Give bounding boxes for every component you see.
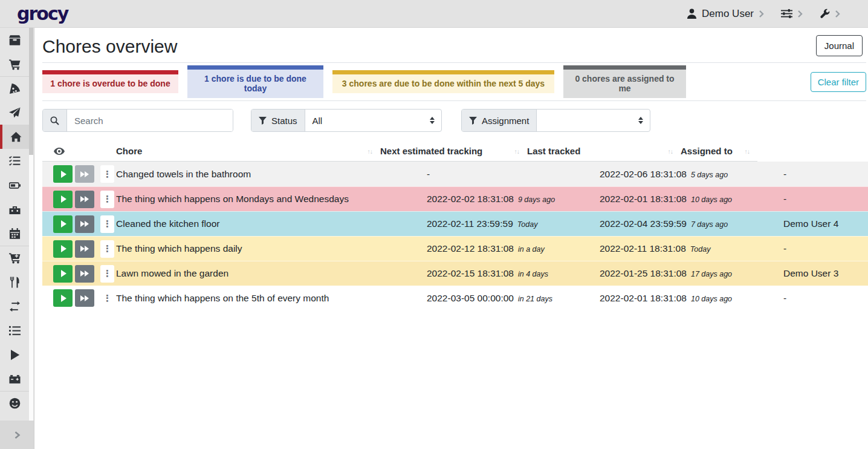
sidebar-item-tasks[interactable] [0,149,30,173]
banner-overdue[interactable]: 1 chore is overdue to be done [42,70,178,93]
column-header-next-tracking[interactable]: Next estimated tracking ↑↓ [380,146,527,156]
wrench-icon [820,8,830,19]
track-execution-button[interactable] [53,215,73,233]
banner-due-today[interactable]: 1 chore is due to be done today [187,65,323,98]
track-execution-button[interactable] [53,165,73,183]
skip-execution-button[interactable] [75,191,94,208]
sidebar-item-transfer[interactable] [0,294,30,318]
sidebar-item-purchase[interactable] [0,246,30,270]
assigned-to-value: - [783,243,868,254]
chore-name[interactable]: The thing which happens on Mondays and W… [116,194,427,205]
assigned-to-value: Demo User 3 [783,268,868,279]
row-menu-button[interactable]: ⋮ [100,240,114,258]
admin-menu[interactable] [820,8,840,19]
clear-filter-button[interactable]: Clear filter [811,72,866,92]
row-menu-button[interactable]: ⋮ [100,165,114,183]
fast-forward-icon [80,270,85,277]
sidebar-item-calendar[interactable] [0,221,30,246]
play-icon [61,220,66,228]
sidebar-scrollbar-thumb[interactable] [29,28,33,155]
sidebar-item-battery-tracking[interactable] [0,367,30,391]
box-icon [9,34,21,46]
sidebar-item-userfields[interactable] [0,391,30,415]
column-header-last-tracked[interactable]: Last tracked ↑↓ [527,146,681,156]
pizza-slice-icon [9,83,21,94]
track-execution-button[interactable] [53,191,73,208]
skip-execution-button[interactable] [75,265,94,283]
sidebar-item-equipment[interactable] [0,197,30,221]
track-execution-button[interactable] [53,289,73,307]
skip-execution-button[interactable] [75,240,94,258]
sidebar-item-chores[interactable] [0,125,30,149]
status-banner-row: 1 chore is overdue to be done 1 chore is… [42,62,866,101]
select-caret-icon [638,117,643,124]
search-icon [50,116,59,125]
status-selected-value: All [313,116,323,126]
sidebar-item-batteries[interactable] [0,173,30,197]
skip-execution-button[interactable] [75,215,94,233]
sidebar-item-chore-tracking[interactable] [0,342,30,367]
chore-name[interactable]: The thing which happens on the 5th of ev… [116,293,427,304]
sort-icon[interactable]: ↑↓ [368,148,381,155]
list-icon [9,325,21,336]
last-tracked-ago: 7 days ago [691,220,728,229]
user-icon [687,8,697,19]
sort-icon[interactable]: ↑↓ [745,148,758,155]
assignment-filter-group: Assignment [461,109,650,132]
journal-button[interactable]: Journal [816,35,863,56]
sidebar-scrollbar[interactable] [29,28,33,421]
column-header-chore[interactable]: Chore ↑↓ [116,146,380,156]
status-select[interactable]: All [305,110,441,131]
sidebar-item-recipes[interactable] [0,76,30,100]
sidebar-item-inventory[interactable] [0,318,30,342]
chore-name[interactable]: Changed towels in the bathroom [116,169,427,180]
fast-forward-icon [85,246,89,252]
sidebar-item-meal-plan[interactable] [0,100,30,125]
banner-due-soon-text: 3 chores are due to be done within the n… [332,74,554,93]
last-tracked-value: 2022-02-01 18:31:08 [600,194,687,204]
fast-forward-icon [85,295,89,301]
column-header-assigned-to[interactable]: Assigned to ↑↓ [681,146,757,156]
main-content: Chores overview Journal 1 chore is overd… [34,28,868,449]
sidebar-item-shopping-list[interactable] [0,52,30,76]
fast-forward-icon [80,171,85,177]
banner-due-soon[interactable]: 3 chores are due to be done within the n… [332,70,554,93]
sidebar-item-stock[interactable] [0,28,30,52]
fast-forward-icon [80,295,85,301]
grocy-logo[interactable]: grocy [17,3,68,24]
table-row: ⋮ Changed towels in the bathroom - 2022-… [42,162,868,186]
search-input[interactable] [67,110,233,131]
row-menu-button[interactable]: ⋮ [100,289,114,307]
utensils-icon [9,277,21,288]
user-name: Demo User [702,8,754,20]
column-visibility-header[interactable] [42,148,116,155]
assignment-select[interactable] [537,110,650,131]
settings-menu[interactable] [781,9,803,18]
user-menu[interactable]: Demo User [687,8,764,20]
track-execution-button[interactable] [53,265,73,283]
last-tracked-ago: 17 days ago [691,270,732,278]
row-menu-button[interactable]: ⋮ [100,191,114,208]
chevron-right-icon [797,10,803,18]
chevron-right-icon [759,10,764,18]
row-menu-button[interactable]: ⋮ [100,265,114,283]
chore-name[interactable]: The thing which happens daily [116,243,427,254]
filter-icon [469,117,477,125]
banner-assigned-to-me[interactable]: 0 chores are assigned to me [563,65,686,98]
play-icon [61,270,66,277]
chore-name[interactable]: Cleaned the kitchen floor [116,218,427,229]
sort-icon[interactable]: ↑↓ [514,148,528,155]
skip-execution-button[interactable] [75,289,94,307]
row-menu-button[interactable]: ⋮ [100,215,114,233]
shopping-cart-icon [9,59,21,70]
car-battery-icon [9,373,21,385]
track-execution-button[interactable] [53,240,73,258]
sidebar-item-consume[interactable] [0,270,30,294]
sort-icon[interactable]: ↑↓ [668,148,681,155]
fast-forward-icon [85,171,89,177]
fast-forward-icon [80,196,85,202]
sidebar-collapse-button[interactable] [0,421,34,449]
chore-name[interactable]: Lawn mowed in the garden [116,268,427,279]
chevron-right-icon [14,430,21,440]
next-tracking-value: 2022-03-05 00:00:00 [427,293,514,303]
